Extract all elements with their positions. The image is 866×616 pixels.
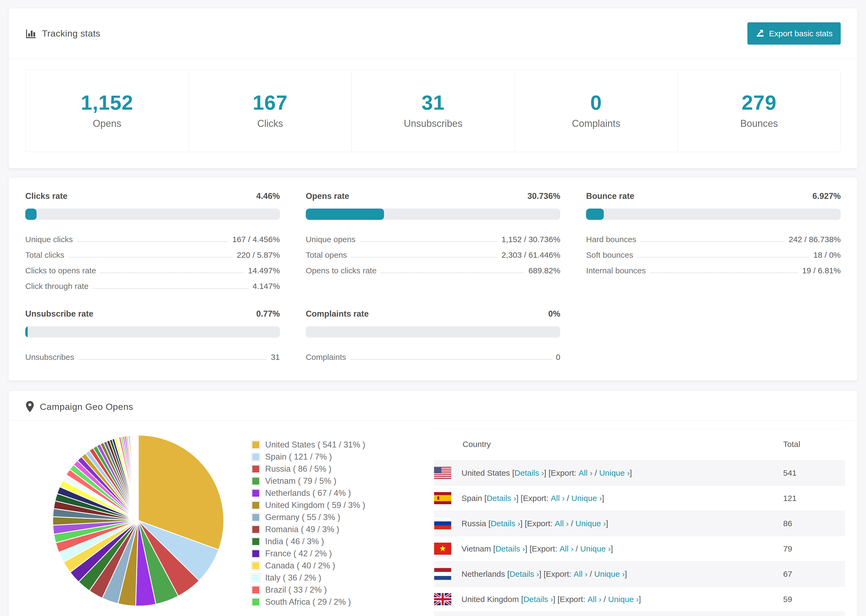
details-link[interactable]: Details › — [491, 519, 520, 528]
row-text: ] [Export: — [544, 468, 578, 478]
legend-swatch — [251, 561, 260, 570]
table-row: United States [Details ›] [Export: All ›… — [434, 460, 845, 486]
export-unique-link[interactable]: Unique › — [594, 569, 625, 579]
column-country: Country — [434, 429, 783, 460]
export-all-link[interactable]: All › — [587, 595, 601, 604]
legend-label: Russia ( 86 / 5% ) — [265, 464, 331, 474]
export-all-link[interactable]: All › — [560, 544, 574, 553]
rate-stat-label: Unique clicks — [25, 235, 73, 245]
legend-item: Netherlands ( 67 / 4% ) — [251, 488, 391, 498]
export-unique-link[interactable]: Unique › — [575, 519, 606, 528]
legend-label: Spain ( 121 / 7% ) — [265, 452, 332, 462]
dotted-leader — [100, 272, 244, 273]
rate-title: Unsubscribe rate — [25, 309, 93, 319]
rate-stat-value: 167 / 4.456% — [232, 235, 280, 245]
dotted-leader — [77, 241, 228, 242]
stat-label: Bounces — [680, 118, 838, 129]
export-all-link[interactable]: All › — [578, 468, 592, 478]
legend-item: India ( 46 / 3% ) — [251, 537, 391, 546]
export-unique-link[interactable]: Unique › — [608, 595, 638, 604]
rate-value: 0% — [548, 309, 561, 319]
rate-stat-label: Clicks to opens rate — [25, 266, 96, 276]
rate-stat-value: 242 / 86.738% — [789, 235, 841, 245]
row-text: [ — [510, 468, 515, 478]
legend-item: United Kingdom ( 59 / 3% ) — [251, 500, 391, 510]
rate-stat-value: 689.82% — [529, 266, 560, 276]
row-text: / — [601, 595, 608, 604]
progress-bar — [306, 209, 561, 220]
progress-bar — [25, 326, 280, 338]
legend-label: Netherlands ( 67 / 4% ) — [265, 488, 351, 498]
details-link[interactable]: Details › — [523, 595, 553, 604]
dotted-leader — [350, 359, 552, 360]
legend-swatch — [251, 501, 260, 510]
export-unique-link[interactable]: Unique › — [599, 468, 630, 478]
row-text: ] — [606, 519, 608, 528]
country-name: Vietnam — [461, 544, 491, 553]
legend-label: United States ( 541 / 31% ) — [265, 440, 365, 449]
rate-stat-label: Total opens — [306, 250, 347, 261]
country-name: Russia — [461, 519, 486, 528]
campaign-geo-opens-card: Campaign Geo Opens United States ( 541 /… — [8, 391, 858, 616]
rate-title: Bounce rate — [586, 191, 634, 201]
rate-block-unsubscribe: Unsubscribe rate0.77%Unsubscribes31 — [25, 309, 280, 363]
legend-label: South Africa ( 29 / 2% ) — [265, 597, 351, 607]
row-text: [ — [505, 569, 510, 579]
country-total: 121 — [783, 486, 845, 511]
rate-stat-label: Unsubscribes — [25, 353, 74, 363]
export-basic-stats-button[interactable]: Export basic stats — [747, 22, 841, 45]
rate-block-complaints: Complaints rate0%Complaints0 — [306, 309, 561, 363]
dotted-leader — [351, 257, 497, 258]
row-text: ] [Export: — [553, 595, 587, 604]
rate-title: Clicks rate — [25, 191, 68, 201]
legend-label: Romania ( 49 / 3% ) — [265, 525, 339, 534]
export-button-label: Export basic stats — [769, 29, 833, 38]
country-name: Spain — [461, 494, 482, 503]
bar-chart-icon — [25, 28, 36, 39]
table-row: United Kingdom [Details ›] [Export: All … — [434, 587, 845, 612]
rate-title: Complaints rate — [306, 309, 369, 319]
export-unique-link[interactable]: Unique › — [580, 544, 611, 553]
legend-item: France ( 42 / 2% ) — [251, 549, 391, 558]
flag-es-icon — [434, 492, 451, 504]
country-name: United States — [461, 468, 510, 478]
export-all-link[interactable]: All › — [551, 494, 565, 503]
table-row: Spain [Details ›] [Export: All › / Uniqu… — [434, 486, 845, 511]
row-text: ] — [625, 569, 627, 579]
legend-label: Canada ( 40 / 2% ) — [265, 561, 335, 570]
rates-card: Clicks rate4.46%Unique clicks167 / 4.456… — [8, 177, 858, 381]
legend-item: South Africa ( 29 / 2% ) — [251, 597, 391, 607]
stats-summary: 1,152Opens167Clicks31Unsubscribes0Compla… — [25, 70, 841, 152]
rate-stat-row: Unique clicks167 / 4.456% — [25, 229, 280, 245]
rate-value: 30.736% — [527, 191, 560, 201]
table-row: Netherlands [Details ›] [Export: All › /… — [434, 561, 845, 587]
rate-stat-value: 220 / 5.87% — [237, 250, 280, 261]
details-link[interactable]: Details › — [515, 468, 544, 478]
stat-cell-bounces: 279Bounces — [677, 70, 841, 152]
stat-label: Complaints — [518, 118, 675, 129]
country-name: United Kingdom — [461, 595, 519, 604]
dotted-leader — [69, 257, 232, 258]
rate-stat-value: 19 / 6.81% — [802, 266, 841, 276]
row-text: ] [Export: — [525, 544, 559, 553]
flag-us-icon — [434, 467, 451, 479]
details-link[interactable]: Details › — [509, 569, 539, 579]
row-text: ] — [602, 494, 604, 503]
rate-value: 4.46% — [256, 191, 280, 201]
export-all-link[interactable]: All › — [574, 569, 587, 579]
details-link[interactable]: Details › — [487, 494, 516, 503]
row-text: / — [568, 519, 575, 528]
stat-value: 31 — [354, 91, 512, 114]
details-link[interactable]: Details › — [495, 544, 525, 553]
country-total: 541 — [783, 460, 845, 486]
stat-value: 167 — [192, 91, 349, 114]
geo-table: Country Total United States [Details ›] … — [434, 429, 845, 616]
legend-label: Italy ( 36 / 2% ) — [265, 573, 321, 583]
row-text: ] [Export: — [516, 494, 551, 503]
country-total: 79 — [783, 536, 845, 561]
dotted-leader — [641, 241, 784, 242]
flag-gb-icon — [434, 593, 451, 605]
pie-svg — [51, 434, 225, 608]
export-all-link[interactable]: All › — [555, 519, 569, 528]
export-unique-link[interactable]: Unique › — [572, 494, 602, 503]
